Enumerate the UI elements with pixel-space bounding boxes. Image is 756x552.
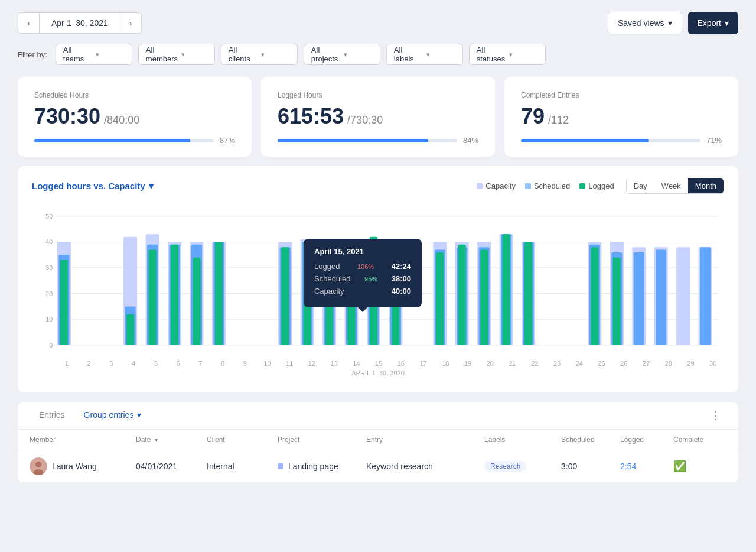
filter-members[interactable]: All members ▾	[138, 44, 215, 65]
row-labels: Research	[484, 461, 561, 472]
svg-text:40: 40	[45, 238, 53, 245]
svg-rect-14	[60, 260, 68, 345]
filter-statuses[interactable]: All statuses ▾	[469, 44, 546, 65]
stat-card-scheduled: Scheduled Hours 730:30 /840:00 87%	[18, 77, 252, 157]
table-more-actions[interactable]: ⋮	[704, 403, 726, 428]
header-actions: Saved views ▾ Export ▾	[608, 12, 738, 34]
svg-text:30: 30	[45, 264, 53, 271]
svg-rect-29	[215, 242, 223, 345]
svg-text:10: 10	[45, 316, 53, 323]
table-row: Laura Wang 04/01/2021 Internal Landing p…	[18, 450, 738, 483]
progress-bar-completed	[521, 139, 700, 142]
next-date-button[interactable]: ›	[120, 12, 142, 34]
chevron-down-icon: ▾	[509, 51, 538, 59]
svg-rect-62	[524, 242, 532, 345]
svg-rect-53	[458, 245, 466, 345]
stat-title-completed: Completed Entries	[521, 91, 722, 99]
svg-rect-23	[171, 245, 178, 345]
row-logged: 2:54	[620, 462, 673, 471]
progress-bar-logged	[278, 139, 457, 142]
col-project: Project	[278, 436, 366, 444]
stats-cards: Scheduled Hours 730:30 /840:00 87% Logge…	[18, 77, 738, 157]
col-complete: Complete	[673, 436, 726, 444]
svg-rect-59	[503, 234, 510, 345]
col-date[interactable]: Date ▾	[136, 436, 207, 444]
avatar	[30, 457, 47, 475]
chevron-down-icon: ▾	[668, 18, 672, 28]
table-section: Entries Group entries ▾ ⋮ Member Date ▾ …	[18, 402, 738, 483]
svg-rect-17	[126, 314, 134, 345]
progress-pct-scheduled: 87%	[220, 136, 235, 145]
table-header: Member Date ▾ Client Project Entry Label…	[18, 430, 738, 450]
chevron-down-icon: ▾	[137, 410, 141, 420]
tooltip-row-logged: Logged 106% 42:24	[314, 262, 411, 271]
member-name: Laura Wang	[52, 462, 97, 471]
svg-rect-72	[656, 250, 666, 345]
col-scheduled: Scheduled	[561, 436, 620, 444]
progress-pct-logged: 84%	[463, 136, 478, 145]
row-client: Internal	[207, 462, 278, 471]
chevron-down-icon: ▾	[96, 51, 125, 59]
chevron-down-icon: ▾	[725, 18, 729, 28]
sort-icon: ▾	[155, 437, 158, 443]
col-logged: Logged	[620, 436, 673, 444]
col-labels: Labels	[484, 436, 561, 444]
progress-bar-scheduled	[34, 139, 214, 142]
filter-teams[interactable]: All teams ▾	[56, 44, 132, 65]
svg-rect-20	[149, 250, 157, 345]
export-button[interactable]: Export ▾	[688, 12, 738, 34]
chart-section: Logged hours vs. Capacity ▾ Capacity Sch…	[18, 166, 738, 392]
tab-week[interactable]: Week	[654, 178, 688, 193]
svg-rect-65	[591, 247, 598, 345]
legend-capacity: Capacity	[477, 181, 516, 190]
tooltip-row-capacity: Capacity 40:00	[314, 287, 411, 296]
filter-projects[interactable]: All projects ▾	[304, 44, 380, 65]
label-badge: Research	[484, 461, 526, 472]
tab-group-entries[interactable]: Group entries ▾	[74, 403, 151, 428]
filter-labels[interactable]: All labels ▾	[386, 44, 463, 65]
svg-rect-50	[436, 252, 444, 345]
row-date: 04/01/2021	[136, 462, 207, 471]
saved-views-button[interactable]: Saved views ▾	[608, 12, 682, 34]
date-navigation: ‹ Apr 1–30, 2021 ›	[18, 12, 142, 34]
filter-clients[interactable]: All clients ▾	[221, 44, 298, 65]
svg-text:0: 0	[49, 342, 53, 349]
chart-tooltip: April 15, 2021 Logged 106% 42:24 Schedul…	[304, 239, 422, 307]
stat-card-logged: Logged Hours 615:53 /730:30 84%	[261, 77, 495, 157]
svg-rect-73	[676, 247, 690, 345]
tab-month[interactable]: Month	[688, 178, 724, 193]
chevron-down-icon: ▾	[149, 181, 154, 191]
legend-logged: Logged	[579, 181, 614, 190]
chevron-down-icon: ▾	[344, 51, 373, 59]
svg-point-77	[35, 462, 41, 467]
svg-text:50: 50	[45, 213, 53, 220]
stat-value-completed: 79 /112	[521, 104, 722, 129]
col-member: Member	[30, 436, 136, 444]
project-color-dot	[278, 463, 284, 469]
chart-x-labels: 1234567891011121314151617181920212223242…	[32, 359, 724, 367]
stat-card-completed: Completed Entries 79 /112 71%	[504, 77, 738, 157]
complete-checkmark-icon: ✅	[673, 460, 686, 472]
stat-value-logged: 615:53 /730:30	[278, 104, 478, 129]
svg-rect-56	[480, 250, 488, 345]
svg-rect-26	[193, 258, 200, 345]
svg-rect-75	[700, 247, 711, 345]
chart-footer: APRIL 1–30, 2020	[32, 369, 724, 376]
row-complete: ✅	[673, 460, 726, 473]
legend-scheduled: Scheduled	[525, 181, 570, 190]
chart-title[interactable]: Logged hours vs. Capacity ▾	[32, 181, 154, 191]
col-client: Client	[207, 436, 278, 444]
chevron-down-icon: ▾	[181, 51, 207, 59]
stat-value-scheduled: 730:30 /840:00	[34, 104, 235, 129]
tooltip-row-scheduled: Scheduled 95% 38:00	[314, 274, 411, 283]
tab-day[interactable]: Day	[627, 178, 654, 193]
table-tabs: Entries Group entries ▾ ⋮	[18, 402, 738, 430]
col-entry: Entry	[366, 436, 484, 444]
row-entry: Keyword research	[366, 462, 484, 471]
svg-text:20: 20	[45, 290, 53, 297]
svg-rect-70	[634, 252, 644, 345]
tab-entries[interactable]: Entries	[30, 402, 74, 429]
prev-date-button[interactable]: ‹	[18, 12, 39, 34]
page-header: ‹ Apr 1–30, 2021 › Saved views ▾ Export …	[18, 12, 738, 34]
chart-legend: Capacity Scheduled Logged	[477, 181, 614, 190]
